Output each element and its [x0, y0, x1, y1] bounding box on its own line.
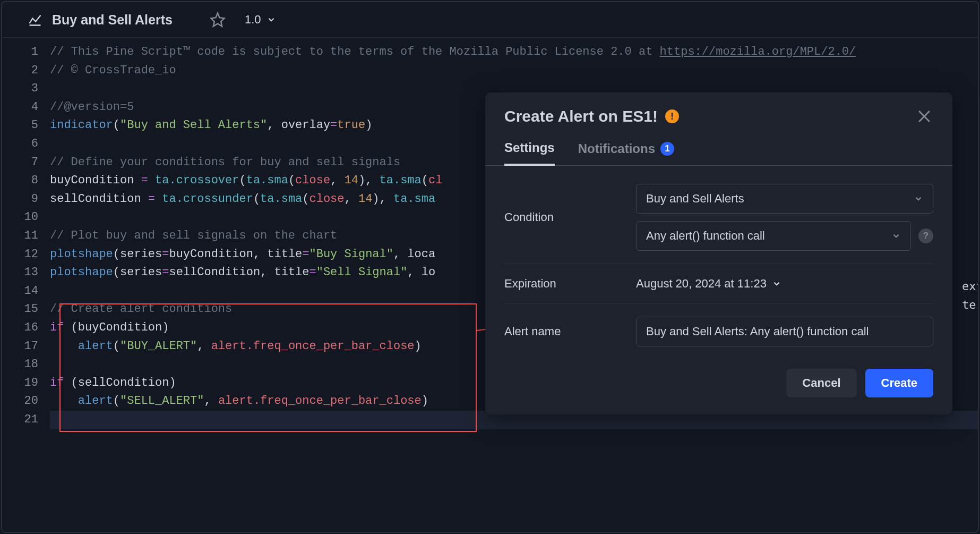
expiration-dropdown[interactable]: August 20, 2024 at 11:23 [636, 277, 933, 291]
condition-source-select[interactable]: Buy and Sell Alerts [636, 184, 933, 214]
line-gutter: 123456789101112131415161718192021 [2, 43, 50, 429]
version-label: 1.0 [245, 13, 261, 27]
dialog-tabs: Settings Notifications 1 [485, 132, 952, 166]
create-button[interactable]: Create [865, 369, 933, 397]
script-title: Buy and Sell Alerts [52, 12, 173, 28]
dialog-title: Create Alert on ES1! ! [504, 107, 679, 125]
cancel-button[interactable]: Cancel [786, 369, 856, 397]
alert-name-label: Alert name [504, 325, 636, 338]
expiration-label: Expiration [504, 277, 636, 291]
condition-trigger-select[interactable]: Any alert() function call [636, 221, 911, 251]
favorite-star-icon[interactable] [210, 12, 226, 28]
truncated-code-right: ext te [962, 277, 979, 314]
notifications-count-badge: 1 [660, 142, 674, 156]
tab-notifications[interactable]: Notifications 1 [578, 140, 674, 165]
tab-settings[interactable]: Settings [504, 140, 555, 166]
help-icon[interactable]: ? [918, 228, 933, 243]
version-dropdown[interactable]: 1.0 [245, 13, 276, 27]
warning-badge-icon[interactable]: ! [665, 109, 679, 123]
create-alert-dialog: Create Alert on ES1! ! Settings Notifica… [485, 92, 952, 414]
close-icon[interactable] [915, 107, 933, 125]
alert-name-input[interactable] [636, 317, 933, 346]
script-icon [28, 12, 42, 27]
editor-header: Buy and Sell Alerts 1.0 [2, 2, 978, 38]
condition-label: Condition [504, 210, 636, 224]
